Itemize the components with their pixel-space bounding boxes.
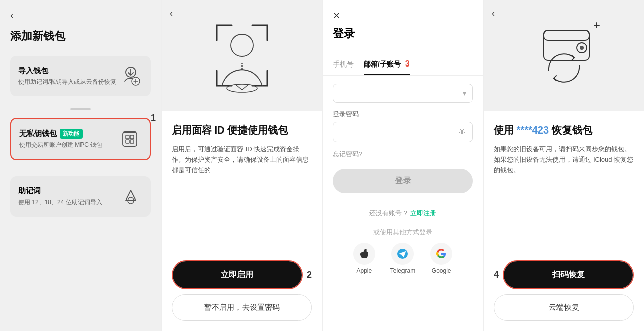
google-icon	[430, 243, 452, 265]
password-input-wrap: 👁	[333, 122, 473, 142]
mnemonic-label: 助记词	[18, 186, 102, 196]
import-wallet-option[interactable]: 导入钱包 使用助记词/私钥导入或从云备份恢复	[10, 56, 151, 96]
step-2-badge: 2	[307, 270, 312, 280]
back-button-p2[interactable]: ‹	[170, 8, 173, 19]
register-link[interactable]: 立即注册	[410, 209, 436, 217]
telegram-icon	[391, 243, 414, 265]
panel-login: ✕ 登录 手机号 邮箱/子账号 3 ▾ 登录密码 👁 忘记密码? 登录	[322, 0, 483, 331]
scan-restore-btn[interactable]: 扫码恢复	[504, 261, 633, 288]
keyless-wallet-wrapper: 无私钥钱包 新功能 使用交易所账户创建 MPC 钱包 1	[10, 118, 151, 168]
telegram-login-btn[interactable]: Telegram	[390, 243, 415, 274]
restore-svg	[519, 15, 609, 96]
step-1-badge: 1	[151, 113, 156, 123]
page-title-p1: 添加新钱包	[10, 29, 151, 44]
face-id-bottom: 立即启用 2 暂不启用，去设置密码	[162, 252, 322, 331]
email-input-wrap: ▾	[333, 84, 473, 103]
restore-content: 使用 ****423 恢复钱包 如果您的旧设备可用，请扫码来同步您的钱包。如果您…	[484, 111, 644, 187]
svg-rect-11	[544, 30, 589, 60]
chevron-down-icon: ▾	[463, 89, 466, 97]
scan-btn-border: 扫码恢复	[503, 260, 634, 289]
import-wallet-icon	[119, 64, 143, 88]
restore-account-highlight: ****423	[517, 124, 549, 136]
face-id-illustration-area: ‹	[162, 0, 322, 111]
svg-rect-4	[130, 135, 134, 139]
keyless-wallet-option[interactable]: 无私钥钱包 新功能 使用交易所账户创建 MPC 钱包	[10, 118, 151, 160]
restore-bottom: 4 扫码恢复 云端恢复	[484, 252, 644, 331]
svg-point-14	[580, 46, 584, 50]
social-login-row: Apple Telegram Go	[323, 243, 483, 274]
panel-restore: ‹ 使用 ****423 恢复钱包 如果您的旧设备可用，请扫码来同步您的钱包。如…	[483, 0, 644, 331]
enable-btn[interactable]: 立即启用	[173, 261, 302, 288]
tab-email[interactable]: 邮箱/子账号 3	[364, 54, 410, 75]
apple-label: Apple	[356, 267, 372, 274]
skip-btn[interactable]: 暂不启用，去设置密码	[172, 294, 312, 321]
import-wallet-desc: 使用助记词/私钥导入或从云备份恢复	[18, 78, 116, 86]
restore-illustration-area: ‹	[484, 0, 644, 111]
login-form: ▾ 登录密码 👁 忘记密码? 登录	[323, 76, 483, 202]
register-row: 还没有账号？ 立即注册	[323, 209, 483, 218]
face-id-desc: 启用后，可通过验证面容 ID 快速完成资金操作。为保护资产安全，请确保设备上的面…	[172, 144, 312, 175]
restore-desc: 如果您的旧设备可用，请扫码来同步您的钱包。如果您的旧设备无法使用，请通过 iCl…	[494, 144, 634, 175]
apple-icon	[353, 243, 375, 265]
eye-icon[interactable]: 👁	[458, 127, 466, 137]
face-id-heading: 启用面容 ID 便捷使用钱包	[172, 123, 312, 137]
mnemonic-icon	[119, 184, 143, 209]
divider	[70, 108, 91, 110]
step-4-badge: 4	[494, 270, 499, 280]
svg-point-9	[227, 84, 257, 92]
google-label: Google	[432, 267, 451, 274]
back-button-p1[interactable]: ‹	[10, 10, 151, 21]
new-badge: 新功能	[60, 129, 83, 139]
scan-btn-group: 4 扫码恢复	[494, 260, 634, 289]
restore-heading: 使用 ****423 恢复钱包	[494, 123, 634, 137]
svg-point-8	[231, 34, 253, 56]
enable-btn-wrapper: 立即启用	[172, 260, 303, 289]
password-input[interactable]	[339, 128, 458, 136]
svg-rect-12	[544, 30, 589, 40]
face-id-content: 启用面容 ID 便捷使用钱包 启用后，可通过验证面容 ID 快速完成资金操作。为…	[162, 111, 322, 187]
keyless-wallet-icon	[118, 127, 142, 151]
password-group: 登录密码 👁	[333, 110, 473, 142]
close-button[interactable]: ✕	[333, 11, 340, 21]
google-login-btn[interactable]: Google	[430, 243, 452, 274]
panel-add-wallet: ‹ 添加新钱包 导入钱包 使用助记词/私钥导入或从云备份恢复 无私钥钱包 新功能	[0, 0, 161, 331]
keyless-wallet-label: 无私钥钱包 新功能	[19, 129, 102, 139]
login-header: ✕ 登录	[323, 0, 483, 54]
import-wallet-label: 导入钱包	[18, 66, 116, 76]
email-input[interactable]	[339, 89, 463, 97]
svg-rect-6	[130, 140, 134, 143]
face-id-svg	[207, 15, 277, 96]
mnemonic-desc: 使用 12、18、24 位助记词导入	[18, 198, 102, 207]
step-3-badge: 3	[405, 59, 410, 68]
password-label: 登录密码	[333, 110, 473, 119]
social-divider: 或使用其他方式登录	[323, 228, 483, 237]
apple-login-btn[interactable]: Apple	[353, 243, 375, 274]
email-group: ▾	[333, 84, 473, 103]
panel-face-id: ‹ 启用面容 ID 便捷使用钱包 启用后，可通过验证面容 ID 快速完成资金操作…	[161, 0, 322, 331]
forgot-password-link[interactable]: 忘记密码?	[333, 150, 362, 158]
keyless-wallet-desc: 使用交易所账户创建 MPC 钱包	[19, 141, 102, 149]
svg-rect-2	[123, 132, 137, 146]
tab-phone[interactable]: 手机号	[333, 55, 354, 75]
svg-rect-5	[126, 140, 129, 143]
telegram-label: Telegram	[390, 267, 415, 274]
cloud-restore-btn[interactable]: 云端恢复	[494, 294, 634, 321]
login-title: 登录	[333, 26, 473, 41]
login-button[interactable]: 登录	[333, 169, 473, 193]
svg-rect-3	[126, 135, 129, 139]
login-tabs: 手机号 邮箱/子账号 3	[323, 54, 483, 76]
back-button-p4[interactable]: ‹	[492, 8, 495, 19]
mnemonic-wallet-option[interactable]: 助记词 使用 12、18、24 位助记词导入	[10, 176, 151, 217]
